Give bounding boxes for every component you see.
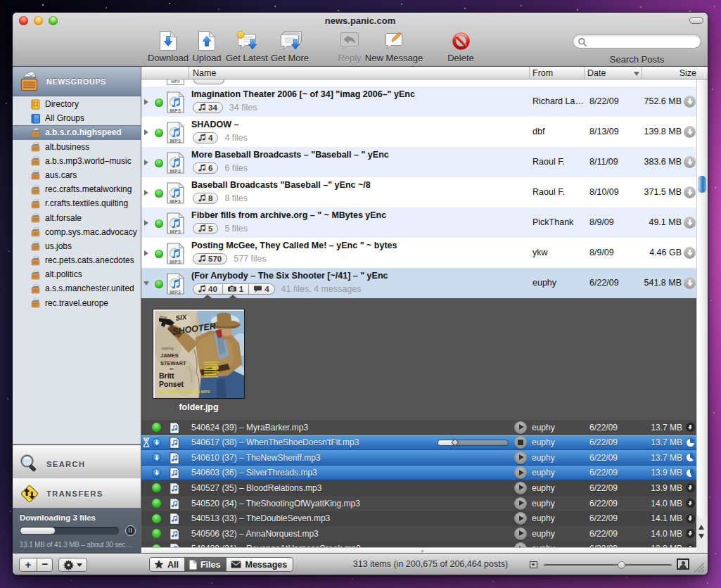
svg-text:starring: starring — [162, 346, 174, 350]
svg-text:Britt: Britt — [159, 371, 174, 380]
svg-text:as: as — [170, 366, 174, 371]
svg-text:OLD TIME RADIO IN MP3: OLD TIME RADIO IN MP3 — [158, 389, 210, 394]
svg-text:The: The — [160, 315, 167, 319]
svg-text:Ponset: Ponset — [159, 380, 184, 388]
svg-text:STEWART: STEWART — [160, 360, 186, 366]
svg-text:JAMES: JAMES — [160, 352, 179, 359]
